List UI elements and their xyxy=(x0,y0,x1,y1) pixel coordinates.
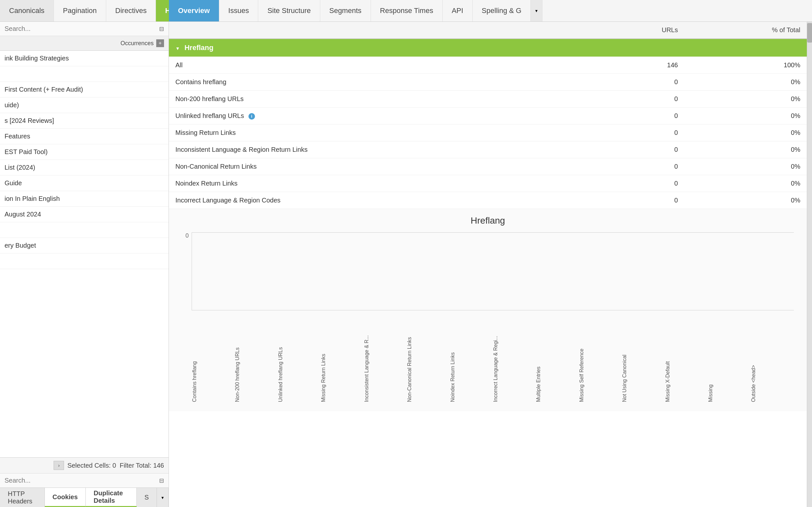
search-input[interactable] xyxy=(5,25,159,33)
list-item-text: List (2024) xyxy=(0,161,169,174)
tab-issues[interactable]: Issues xyxy=(219,0,258,21)
table-row[interactable]: Inconsistent Language & Region Return Li… xyxy=(169,142,807,158)
list-item[interactable]: August 2024 xyxy=(0,207,169,222)
list-item[interactable]: First Content (+ Free Audit) xyxy=(0,82,169,98)
table-row[interactable]: Missing Return Links 0 0% xyxy=(169,124,807,142)
list-item[interactable]: ery Budget xyxy=(0,238,169,253)
chart-zero-label: 0 xyxy=(185,232,189,239)
table-row[interactable]: All 146 100% xyxy=(169,57,807,74)
list-item[interactable] xyxy=(0,222,169,238)
bottom-search-bar: ⊟ xyxy=(0,473,169,488)
row-percent: 0% xyxy=(684,158,807,175)
table-row[interactable]: Non-200 hreflang URLs 0 0% xyxy=(169,91,807,108)
chart-title: Hreflang xyxy=(182,216,794,226)
chart-x-label: Unlinked hreflang URLs xyxy=(278,314,321,405)
selected-cells-label: Selected Cells: xyxy=(67,462,111,469)
row-percent: 0% xyxy=(684,74,807,91)
add-column-button[interactable]: + xyxy=(156,39,164,47)
tab-segments[interactable]: Segments xyxy=(320,0,371,21)
list-item[interactable]: Features xyxy=(0,129,169,144)
row-name: All xyxy=(169,57,598,74)
top-nav-right: Overview Issues Site Structure Segments … xyxy=(169,0,812,21)
list-content: ink Building Strategies First Content (+… xyxy=(0,51,169,457)
expand-button[interactable]: › xyxy=(54,461,64,470)
list-item[interactable] xyxy=(0,253,169,269)
filter-icon[interactable]: ⊟ xyxy=(159,25,164,33)
table-row[interactable]: Unlinked hreflang URLs i 0 0% xyxy=(169,108,807,124)
chart-x-label: Missing xyxy=(708,314,751,405)
table-row[interactable]: Non-Canonical Return Links 0 0% xyxy=(169,158,807,175)
top-navigation: Canonicals Pagination Directives Hreflan… xyxy=(0,0,812,22)
left-search-bar: ⊟ xyxy=(0,22,169,36)
main-content: ⊟ Occurrences + ink Building Strategies … xyxy=(0,22,812,507)
list-item-text xyxy=(0,258,169,265)
list-item[interactable]: ink Building Strategies xyxy=(0,51,169,66)
collapse-arrow-icon: ▼ xyxy=(175,46,180,51)
table-row[interactable]: Incorrect Language & Region Codes 0 0% xyxy=(169,192,807,209)
table-row[interactable]: Noindex Return Links 0 0% xyxy=(169,175,807,192)
row-percent: 0% xyxy=(684,175,807,192)
chart-x-label: Multiple Entries xyxy=(536,314,578,405)
section-header-row[interactable]: ▼ Hreflang xyxy=(169,39,807,57)
list-item-text: ery Budget xyxy=(0,238,169,252)
chart-baseline xyxy=(192,232,794,233)
bottom-tab-more-dropdown[interactable]: ▾ xyxy=(157,488,169,507)
tab-s[interactable]: S xyxy=(137,488,157,507)
tab-http-headers[interactable]: HTTP Headers xyxy=(0,488,45,507)
chart-x-label: Missing Return Links xyxy=(321,314,364,405)
bottom-filter-icon[interactable]: ⊟ xyxy=(159,477,164,484)
list-item-text: First Content (+ Free Audit) xyxy=(0,82,169,97)
row-name: Unlinked hreflang URLs i xyxy=(169,108,598,124)
col-header-name xyxy=(169,22,598,39)
row-urls: 0 xyxy=(598,175,684,192)
list-item-text: Guide xyxy=(0,176,169,190)
col-header-percent: % of Total xyxy=(684,22,807,39)
list-item[interactable]: Guide xyxy=(0,175,169,191)
list-item[interactable]: s [2024 Reviews] xyxy=(0,113,169,129)
tab-duplicate-details[interactable]: Duplicate Details xyxy=(86,488,136,507)
bottom-tabs: HTTP Headers Cookies Duplicate Details S… xyxy=(0,488,169,507)
tab-overview[interactable]: Overview xyxy=(169,0,219,21)
info-icon[interactable]: i xyxy=(248,113,255,120)
left-footer: › Selected Cells: 0 Filter Total: 146 xyxy=(0,457,169,473)
bottom-search-input[interactable] xyxy=(5,477,159,484)
list-item-text: uide) xyxy=(0,98,169,112)
tab-response-times[interactable]: Response Times xyxy=(371,0,443,21)
row-name: Non-200 hreflang URLs xyxy=(169,91,598,108)
tab-pagination[interactable]: Pagination xyxy=(54,0,106,21)
chart-x-label: Non-200 hreflang URLs xyxy=(235,314,277,405)
chart-x-label: Noindex Return Links xyxy=(450,314,493,405)
tab-more-right-dropdown[interactable]: ▾ xyxy=(531,0,543,21)
row-name: Noindex Return Links xyxy=(169,175,598,192)
column-occurrences-header: Occurrences xyxy=(121,40,153,47)
row-percent: 0% xyxy=(684,124,807,142)
row-percent: 100% xyxy=(684,57,807,74)
col-header-urls: URLs xyxy=(598,22,684,39)
list-item-text: August 2024 xyxy=(0,207,169,221)
tab-spelling[interactable]: Spelling & G xyxy=(473,0,531,21)
chart-x-label: Inconsistent Language & R... xyxy=(364,314,407,405)
chart-x-label: Incorrect Language & Regi... xyxy=(493,314,536,405)
tab-api[interactable]: API xyxy=(443,0,473,21)
list-item[interactable]: ion In Plain English xyxy=(0,191,169,207)
row-urls: 0 xyxy=(598,124,684,142)
row-percent: 0% xyxy=(684,192,807,209)
right-content: URLs % of Total ▼ Hreflang xyxy=(169,22,807,507)
table-row[interactable]: Contains hreflang 0 0% xyxy=(169,74,807,91)
list-item[interactable] xyxy=(0,66,169,82)
list-item[interactable]: List (2024) xyxy=(0,160,169,175)
tab-canonicals[interactable]: Canonicals xyxy=(0,0,54,21)
tab-directives[interactable]: Directives xyxy=(106,0,156,21)
list-item-text: Features xyxy=(0,129,169,143)
scrollbar-thumb[interactable] xyxy=(807,23,812,43)
hreflang-table: URLs % of Total ▼ Hreflang xyxy=(169,22,807,209)
selected-cells-count: 0 xyxy=(112,462,116,469)
list-item[interactable]: uide) xyxy=(0,98,169,113)
filter-total-label: Filter Total: xyxy=(120,462,151,469)
right-scrollbar[interactable] xyxy=(807,22,812,507)
row-urls: 0 xyxy=(598,142,684,158)
row-urls: 0 xyxy=(598,74,684,91)
tab-cookies[interactable]: Cookies xyxy=(45,488,86,507)
list-item[interactable]: EST Paid Tool) xyxy=(0,144,169,160)
tab-site-structure[interactable]: Site Structure xyxy=(258,0,320,21)
